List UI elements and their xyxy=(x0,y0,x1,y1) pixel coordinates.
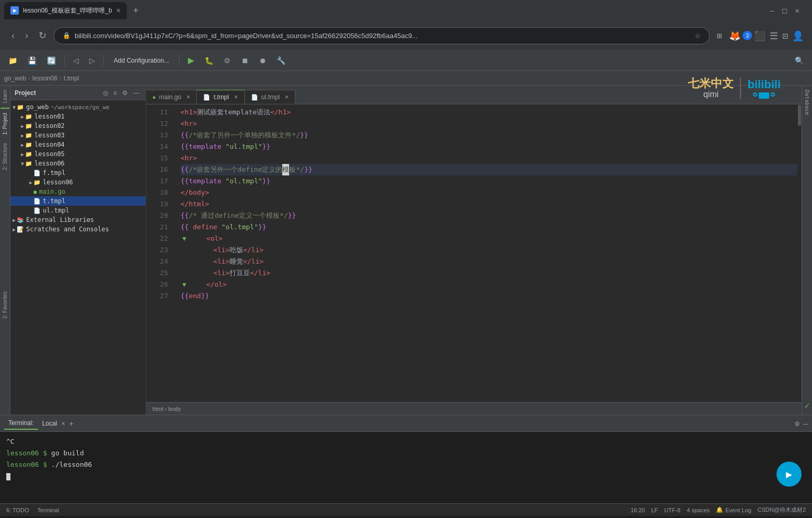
syn-text: 睡觉 xyxy=(230,256,243,267)
syn-keyword: end xyxy=(189,290,201,302)
syn-tag: <h1> xyxy=(181,107,197,118)
tree-item-lesson06sub[interactable]: ▶ 📁 lesson06 xyxy=(10,178,146,187)
tree-item-ftmpl[interactable]: ▶ 📄 f.tmpl xyxy=(10,168,146,178)
status-todo[interactable]: 6: TODO xyxy=(6,507,29,513)
code-lines[interactable]: <h1>测试嵌套template语法</h1> <hr> {{/*嵌套了另外一个… xyxy=(172,104,797,402)
gutter-fold-26[interactable]: ▼ xyxy=(181,281,188,288)
sync-button[interactable]: 🔄 xyxy=(43,54,60,67)
tab-close-maingo[interactable]: × xyxy=(186,93,190,101)
tree-item-external-libs[interactable]: ▶ 📚 External Libraries xyxy=(10,215,146,225)
stop-button[interactable]: ⏺ xyxy=(255,54,270,67)
status-line-ending[interactable]: LF xyxy=(651,507,658,513)
project-tab[interactable]: 1: Project xyxy=(1,108,9,139)
scrollbar-thumb[interactable] xyxy=(798,105,801,126)
syn-tmpl-close: }} xyxy=(258,221,267,233)
terminal-add-button[interactable]: + xyxy=(69,419,74,428)
term-line-cursor xyxy=(6,470,806,482)
terminal-gear-icon[interactable]: ⚙ xyxy=(795,419,799,428)
panel-settings-button[interactable]: ⚙ xyxy=(120,88,130,98)
structure-tab[interactable]: 2: Structure xyxy=(1,139,9,174)
maximize-button[interactable]: □ xyxy=(782,6,786,15)
close-button[interactable]: ✕ xyxy=(795,6,799,15)
syn-space xyxy=(190,279,206,290)
breadcrumb-lesson06[interactable]: lesson06 xyxy=(32,75,57,82)
learn-tab[interactable]: Learn xyxy=(1,86,9,108)
status-event-log[interactable]: 🔔 Event Log xyxy=(716,507,751,513)
open-folder-button[interactable]: 📁 xyxy=(4,54,21,67)
tab-ultmpl[interactable]: 📄 ul.tmpl × xyxy=(245,90,295,104)
forward-button[interactable]: › xyxy=(22,27,31,44)
new-tab-button[interactable]: + xyxy=(129,3,143,18)
terminal-tab[interactable]: Terminal: xyxy=(4,417,38,430)
code-line-20: {{/* 通过define定义一个模板*/}} xyxy=(181,210,797,221)
address-bar[interactable]: 🔒 bilibili.com/video/BV1gJ411p7xC/?p=6&s… xyxy=(54,27,710,44)
gutter-fold-22[interactable]: ▼ xyxy=(181,235,188,242)
tree-item-maingo[interactable]: ▶ ● main.go xyxy=(10,187,146,196)
tab-ttmpl[interactable]: 📄 t.tmpl × xyxy=(197,90,244,104)
ext-icon-1[interactable]: 🦊 xyxy=(729,30,741,41)
locate-file-button[interactable]: ◎ xyxy=(101,88,110,98)
tab-close-ttmpl[interactable]: × xyxy=(234,93,238,101)
toolbar-separator-2 xyxy=(103,55,104,66)
coverage-button[interactable]: ⚙ xyxy=(220,54,235,67)
tree-item-lesson01[interactable]: ▶ 📁 lesson01 xyxy=(10,112,146,121)
tree-item-lesson06[interactable]: ▼ 📁 lesson06 xyxy=(10,159,146,168)
terminal-content[interactable]: ^C lesson06 $ go build lesson06 $ ./less… xyxy=(0,432,812,503)
status-encoding[interactable]: UTF-8 xyxy=(664,507,680,513)
back-button[interactable]: ‹ xyxy=(8,27,18,44)
profile-run-button[interactable]: ⏹ xyxy=(237,54,253,67)
history-back-button[interactable]: ◁ xyxy=(69,54,83,67)
tree-item-lesson04[interactable]: ▶ 📁 lesson04 xyxy=(10,140,146,149)
ext-icon-2[interactable]: ⬛ xyxy=(754,30,766,41)
status-terminal[interactable]: Terminal xyxy=(38,507,59,513)
search-everywhere-button[interactable]: 🔍 xyxy=(791,54,808,67)
run-button[interactable]: ▶ xyxy=(184,53,198,67)
database-sidebar-btn[interactable]: Database xyxy=(802,88,812,117)
editor-scrollbar[interactable] xyxy=(797,104,802,402)
terminal-local-tab[interactable]: Local xyxy=(42,420,57,427)
tab-maingo[interactable]: ● main.go × xyxy=(146,90,197,104)
code-line-25: <li>打豆豆</li> xyxy=(181,267,797,279)
code-line-19: </html> xyxy=(181,198,797,210)
tools-button[interactable]: 🔧 xyxy=(272,54,290,67)
status-indent[interactable]: 4 spaces xyxy=(687,507,710,513)
ext-icon-4[interactable]: ⊡ xyxy=(782,30,788,41)
bookmark-icon[interactable]: ☆ xyxy=(695,32,701,40)
tree-item-lesson02[interactable]: ▶ 📁 lesson02 xyxy=(10,121,146,131)
tree-item-goweb[interactable]: ▼ 📁 go_web ~/workspace/go_we xyxy=(10,102,146,112)
tree-item-scratches[interactable]: ▶ 📝 Scratches and Consoles xyxy=(10,225,146,234)
browser-tab[interactable]: ▶ lesson06_模板嵌套_哔哩哔哩_b × xyxy=(4,2,127,19)
terminal-tab-close[interactable]: × xyxy=(61,420,65,427)
reload-button[interactable]: ↻ xyxy=(35,27,50,44)
minimize-button[interactable]: — xyxy=(770,6,774,15)
collapse-all-button[interactable]: ≡ xyxy=(111,88,119,98)
breadcrumb-sep-2: › xyxy=(59,75,62,82)
tree-item-ultmpl[interactable]: ▶ 📄 ul.tmpl xyxy=(10,206,146,215)
tab-close-ultmpl[interactable]: × xyxy=(285,93,289,101)
browser-tab-bar: ▶ lesson06_模板嵌套_哔哩哔哩_b × + — □ ✕ xyxy=(0,0,812,21)
extensions-icon[interactable]: ⊞ xyxy=(714,28,725,44)
profile-icon[interactable]: 👤 xyxy=(792,30,804,41)
debug-button[interactable]: 🐛 xyxy=(200,54,218,67)
tree-item-lesson05[interactable]: ▶ 📁 lesson05 xyxy=(10,149,146,159)
history-forward-button[interactable]: ▷ xyxy=(85,54,99,67)
favorites-label[interactable]: 2: Favorites xyxy=(1,287,9,323)
terminal-minimize-icon[interactable]: — xyxy=(804,419,808,428)
term-line-build: lesson06 $ go build xyxy=(6,448,806,459)
code-line-21: {{ define "ol.tmpl"}} xyxy=(181,221,797,233)
term-prompt-build: lesson06 $ xyxy=(6,449,51,457)
panel-close-button[interactable]: — xyxy=(131,88,141,98)
editor-content[interactable]: 1112131415 1617181920 2122232425 2627 <h… xyxy=(146,104,802,402)
term-line-ctrl: ^C xyxy=(6,436,806,448)
arrow-lesson06sub: ▶ xyxy=(29,180,32,185)
tree-label-goweb: go_web xyxy=(26,103,49,111)
breadcrumb-file[interactable]: t.tmpl xyxy=(64,75,79,82)
save-button[interactable]: 💾 xyxy=(23,54,41,67)
ext-icon-3[interactable]: ☰ xyxy=(770,30,778,41)
breadcrumb-goweb[interactable]: go_web xyxy=(4,75,26,82)
arrow-lesson05: ▶ xyxy=(21,151,24,157)
add-configuration-button[interactable]: Add Configuration... xyxy=(108,55,175,66)
tree-item-ttmpl[interactable]: ▶ 📄 t.tmpl xyxy=(10,196,146,206)
tab-close-button[interactable]: × xyxy=(116,6,121,15)
tree-item-lesson03[interactable]: ▶ 📁 lesson03 xyxy=(10,131,146,140)
